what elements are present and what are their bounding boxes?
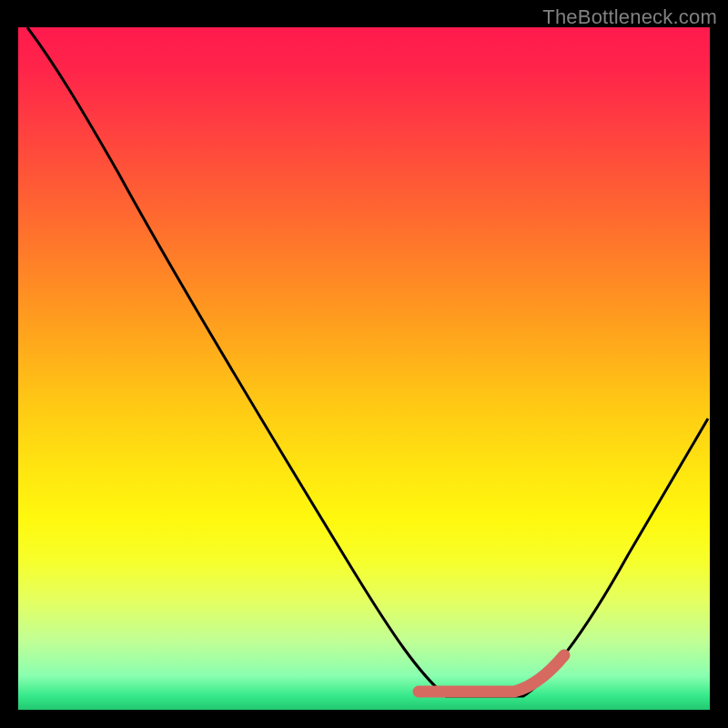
bottleneck-curve <box>18 27 710 710</box>
curve-path <box>27 27 708 696</box>
chart-frame: TheBottleneck.com <box>0 0 728 728</box>
plot-area <box>18 27 710 710</box>
watermark-text: TheBottleneck.com <box>542 5 717 29</box>
recommended-range-marker <box>419 655 564 692</box>
